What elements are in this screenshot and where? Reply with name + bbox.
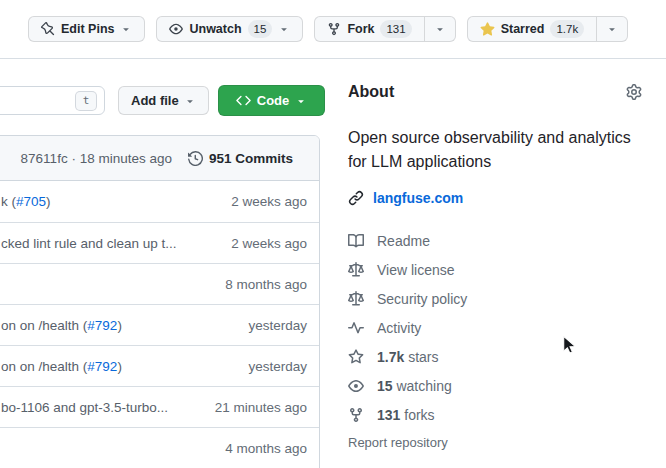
star-icon [348,349,364,365]
chevron-down-icon [120,23,132,35]
about-meta-item[interactable]: View license [348,255,642,284]
issue-link[interactable]: #792 [87,359,117,374]
meta-label: Activity [377,320,421,336]
chevron-down-icon [434,23,446,35]
fork-icon [327,22,341,36]
link-icon [348,190,364,206]
latest-commit-bar: 87611fc · 18 minutes ago 951 Commits [0,136,319,181]
commits-history-link[interactable]: 951 Commits [188,151,293,166]
table-row[interactable]: k (#705)2 weeks ago [0,181,319,222]
pulse-icon [348,320,364,336]
commit-date[interactable]: 21 minutes ago [215,400,307,415]
star-filled-icon [480,22,495,37]
meta-label: 1.7k stars [377,349,438,365]
meta-label: Readme [377,233,430,249]
shortcut-key-badge: t [75,91,97,111]
watch-button[interactable]: Unwatch 15 [156,16,303,42]
meta-label: 131 forks [377,407,435,423]
issue-link[interactable]: #792 [87,318,117,333]
pin-icon [41,22,55,36]
about-meta-item[interactable]: 131 forks [348,400,642,429]
about-meta-item[interactable]: Readme [348,226,642,255]
chevron-down-icon [606,23,618,35]
meta-label: Security policy [377,291,467,307]
star-count-badge: 1.7k [550,20,584,38]
commit-date[interactable]: 2 weeks ago [231,194,307,209]
table-row[interactable]: on on /health (#792)yesterday [0,345,319,386]
law-icon [348,291,364,307]
fork-count-badge: 131 [380,20,411,38]
commit-message[interactable]: on on /health (#792) [1,318,240,333]
law-icon [348,262,364,278]
commit-message[interactable]: k (#705) [1,194,223,209]
commit-date[interactable]: 2 weeks ago [231,236,307,251]
commit-message[interactable]: cked lint rule and clean up t... [1,236,223,251]
meta-label: 15 watching [377,378,452,394]
fork-dropdown-button[interactable] [424,16,456,42]
about-header: About [348,80,642,104]
eye-icon [348,378,364,394]
about-meta-item[interactable]: Security policy [348,284,642,313]
table-row[interactable]: bo-1106 and gpt-3.5-turbo...21 minutes a… [0,386,319,427]
edit-pins-label: Edit Pins [61,22,114,36]
chevron-down-icon [278,23,290,35]
file-rows: k (#705)2 weeks agocked lint rule and cl… [0,181,319,468]
gear-icon[interactable] [626,84,642,100]
star-button-group: Starred 1.7k [467,16,629,42]
star-dropdown-button[interactable] [596,16,628,42]
about-sidebar: About Open source observability and anal… [348,80,642,451]
file-table: 87611fc · 18 minutes ago 951 Commits k (… [0,135,320,468]
fork-button[interactable]: Fork 131 [314,16,424,42]
code-icon [236,93,251,108]
table-row[interactable]: 4 months ago [0,427,319,468]
table-row[interactable]: on on /health (#792)yesterday [0,304,319,345]
watch-count-badge: 15 [248,20,273,38]
about-title: About [348,83,394,101]
about-meta-list: ReadmeView licenseSecurity policyActivit… [348,226,642,429]
code-label: Code [257,93,290,108]
fork-button-group: Fork 131 [314,16,455,42]
commit-date[interactable]: yesterday [248,318,307,333]
commit-message[interactable]: bo-1106 and gpt-3.5-turbo... [1,400,207,415]
about-meta-item[interactable]: Activity [348,313,642,342]
table-row[interactable]: 8 months ago [0,263,319,304]
eye-icon [169,22,183,36]
add-file-button[interactable]: Add file [118,86,209,115]
starred-button[interactable]: Starred 1.7k [467,16,598,42]
history-icon [188,151,203,166]
commit-date[interactable]: 4 months ago [225,441,307,456]
commit-date[interactable]: yesterday [248,359,307,374]
commit-sha-time[interactable]: 87611fc · 18 minutes ago [21,151,172,166]
chevron-down-icon [184,95,196,107]
report-repository-link[interactable]: Report repository [348,435,448,450]
watch-label: Unwatch [189,22,241,36]
book-icon [348,233,364,249]
table-row[interactable]: cked lint rule and clean up t...2 weeks … [0,222,319,263]
chevron-down-icon [295,95,307,107]
code-button[interactable]: Code [218,85,325,116]
go-to-file-input[interactable]: t [0,86,105,115]
edit-pins-button[interactable]: Edit Pins [28,16,145,42]
website-link[interactable]: langfuse.com [373,190,463,206]
meta-label: View license [377,262,455,278]
website-row: langfuse.com [348,186,642,210]
fork-icon [348,407,364,423]
commit-message[interactable]: on on /health (#792) [1,359,240,374]
about-meta-item[interactable]: 15 watching [348,371,642,400]
commit-date[interactable]: 8 months ago [225,277,307,292]
add-file-label: Add file [131,93,179,108]
starred-label: Starred [501,22,545,36]
commits-count-label: 951 Commits [209,151,293,166]
issue-link[interactable]: #705 [16,194,46,209]
fork-label: Fork [347,22,374,36]
repo-actions-bar: Edit Pins Unwatch 15 Fork 131 Starred 1.… [0,0,666,59]
repo-description: Open source observability and analytics … [348,126,642,174]
about-meta-item[interactable]: 1.7k stars [348,342,642,371]
